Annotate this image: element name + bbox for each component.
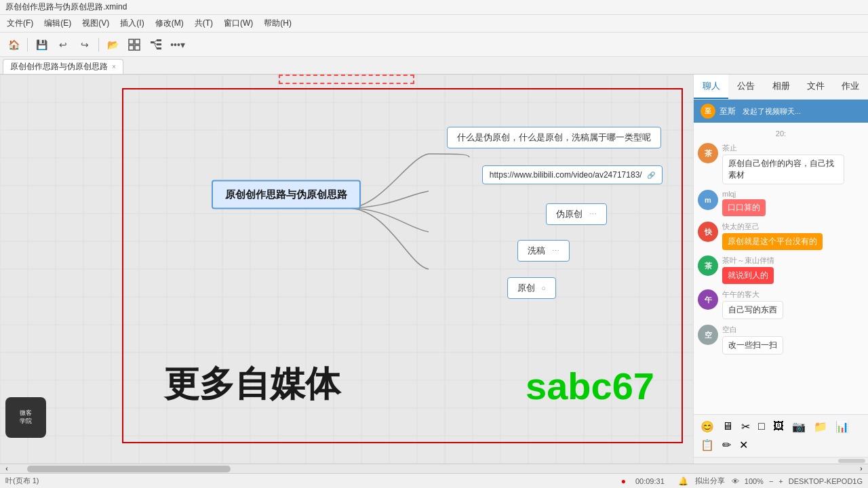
yuanchuang-node[interactable]: 原创 ○: [507, 277, 556, 299]
emoji-folder[interactable]: 📁: [811, 419, 830, 434]
avatar-5: 午: [698, 289, 718, 310]
svg-rect-4: [151, 41, 154, 43]
avatar-4: 茶: [698, 256, 718, 276]
menu-share[interactable]: 共(T): [191, 16, 217, 30]
home-button[interactable]: 🏠: [4, 35, 23, 54]
recording-time: 00:09:31: [635, 477, 665, 485]
zoom-minus[interactable]: −: [769, 477, 773, 485]
chat-bubble-6: 改一些扫一扫: [722, 336, 783, 354]
canvas-area[interactable]: 原创创作思路与伪原创思路 什么是伪原创，什么是原创，洗稿属于哪一类型呢 http…: [0, 75, 693, 464]
chat-time: 20:: [698, 129, 864, 138]
svg-rect-2: [129, 45, 134, 50]
svg-rect-7: [157, 47, 161, 49]
chat-header-username: 至斯: [719, 106, 736, 117]
recording-dot: ●: [621, 476, 626, 486]
emoji-toolbar: 😊 🖥 ✂ □ 🖼 📷 📁 📊 📋 ✏ ✕: [694, 414, 868, 457]
emoji-camera[interactable]: 📷: [789, 419, 808, 434]
menu-view[interactable]: 视图(V): [78, 16, 113, 30]
emoji-close[interactable]: ✕: [736, 437, 751, 453]
app-title: 原创创作思路与伪原创思路.xmind: [5, 1, 127, 13]
chat-content-1: 茶止 原创自己创作的内容，自己找素材: [722, 143, 844, 184]
scroll-thumb[interactable]: [838, 459, 865, 463]
chat-header: 至 至斯 发起了视频聊天...: [694, 100, 868, 123]
chat-messages: 20: 茶 茶止 原创自己创作的内容，自己找素材 m mlqj 口口算的 快: [694, 123, 868, 414]
menu-modify[interactable]: 修改(M): [151, 16, 188, 30]
status-bar: 叶(页布 1) ● 00:09:31 🔔 拟出分享 👁 100% − + DES…: [0, 473, 868, 488]
emoji-screen[interactable]: 🖥: [719, 419, 736, 434]
url-node[interactable]: https://www.bilibili.com/video/av2471718…: [482, 165, 663, 184]
expand-icon-weiyuan: ⋯: [589, 210, 597, 218]
emoji-chart[interactable]: 📊: [833, 419, 852, 434]
tab-label: 原创创作思路与伪原创思路: [10, 61, 108, 73]
chat-message-5: 午 午午的客大 自己写的东西: [698, 289, 864, 319]
weiyuanchuang-node[interactable]: 伪原创 ⋯: [546, 203, 607, 225]
tab-liaoren[interactable]: 聊人: [694, 75, 728, 99]
expand-icon-xijin: ⋯: [552, 247, 559, 255]
tab-main[interactable]: 原创创作思路与伪原创思路 ×: [3, 59, 123, 74]
undo-button[interactable]: ↩: [54, 35, 73, 54]
h-scrollbar-thumb[interactable]: [27, 466, 231, 472]
emoji-box[interactable]: □: [755, 419, 768, 434]
redo-button[interactable]: ↪: [75, 35, 94, 54]
svg-line-8: [154, 40, 157, 42]
menu-edit[interactable]: 编辑(E): [40, 16, 75, 30]
selection-top: [279, 75, 414, 84]
big-text: 更多自媒体: [164, 361, 340, 408]
menu-window[interactable]: 窗口(W): [220, 16, 257, 30]
right-sidebar: 聊人 公告 相册 文件 作业 至 至斯 发起了视频聊天... 20: 茶 茶止 …: [693, 75, 868, 464]
layout-button[interactable]: [125, 35, 144, 54]
scroll-right-arrow[interactable]: ›: [854, 465, 868, 472]
export-button[interactable]: 🔔: [678, 476, 688, 486]
emoji-pencil[interactable]: ✏: [719, 437, 734, 453]
menu-insert[interactable]: 插入(I): [116, 16, 148, 30]
chat-username-4: 茶叶～束山伴情: [722, 256, 774, 266]
svg-rect-5: [157, 39, 161, 41]
avatar-2: m: [698, 190, 718, 210]
emoji-clipboard[interactable]: 📋: [698, 437, 717, 453]
center-node[interactable]: 原创创作思路与伪原创思路: [212, 180, 361, 209]
status-icon-eye: 👁: [732, 477, 739, 485]
scroll-left-arrow[interactable]: ‹: [0, 465, 14, 472]
tab-zuoye[interactable]: 作业: [833, 75, 868, 99]
menu-help[interactable]: 帮助(H): [260, 16, 296, 30]
status-right: 👁 100% − + DESKTOP-KEPOD1G: [732, 477, 863, 485]
scroll-area: [694, 457, 868, 464]
tab-wenjian[interactable]: 文件: [798, 75, 833, 99]
chat-username-3: 快太的至己: [722, 222, 823, 232]
emoji-smiley[interactable]: 😊: [698, 419, 717, 434]
tab-gonggao[interactable]: 公告: [728, 75, 763, 99]
chat-username-2: mlqj: [722, 190, 766, 198]
tab-xiangce[interactable]: 相册: [764, 75, 798, 99]
tab-close-button[interactable]: ×: [112, 63, 116, 70]
sidebar-tabs: 聊人 公告 相册 文件 作业: [694, 75, 868, 100]
chat-content-4: 茶叶～束山伴情 就说到人的: [722, 256, 774, 284]
chat-bubble-3: 原创就是这个平台没有的: [722, 233, 823, 250]
zoom-level: 100%: [745, 477, 764, 485]
export-label[interactable]: 拟出分享: [695, 476, 725, 486]
emoji-image[interactable]: 🖼: [770, 419, 787, 434]
question-node[interactable]: 什么是伪原创，什么是原创，洗稿属于哪一类型呢: [447, 127, 661, 148]
menu-file[interactable]: 文件(F): [3, 16, 37, 30]
chat-username-6: 空白: [722, 325, 783, 335]
emoji-scissors[interactable]: ✂: [738, 419, 753, 434]
chat-content-3: 快太的至己 原创就是这个平台没有的: [722, 222, 823, 250]
chat-bubble-5: 自己写的东西: [722, 301, 783, 319]
chat-username-1: 茶止: [722, 143, 844, 153]
xijin-node[interactable]: 洗稿 ⋯: [517, 240, 570, 262]
zoom-plus[interactable]: +: [778, 477, 783, 485]
chat-message-2: m mlqj 口口算的: [698, 190, 864, 216]
main-area: 原创创作思路与伪原创思路 什么是伪原创，什么是原创，洗稿属于哪一类型呢 http…: [0, 75, 868, 464]
chat-message-4: 茶 茶叶～束山伴情 就说到人的: [698, 256, 864, 284]
save-button[interactable]: 💾: [32, 35, 51, 54]
open-button[interactable]: 📂: [103, 35, 122, 54]
more-button[interactable]: •••▾: [168, 35, 187, 54]
chat-content-2: mlqj 口口算的: [722, 190, 766, 216]
svg-rect-0: [129, 39, 134, 44]
chat-username-5: 午午的客大: [722, 289, 783, 300]
toolbar-separator-1: [27, 38, 28, 52]
structure-button[interactable]: [146, 35, 165, 54]
h-scrollbar: ‹ ›: [0, 464, 868, 473]
tab-bar: 原创创作思路与伪原创思路 ×: [0, 57, 868, 75]
chat-content-5: 午午的客大 自己写的东西: [722, 289, 783, 319]
status-page: 叶(页布 1): [5, 476, 39, 486]
